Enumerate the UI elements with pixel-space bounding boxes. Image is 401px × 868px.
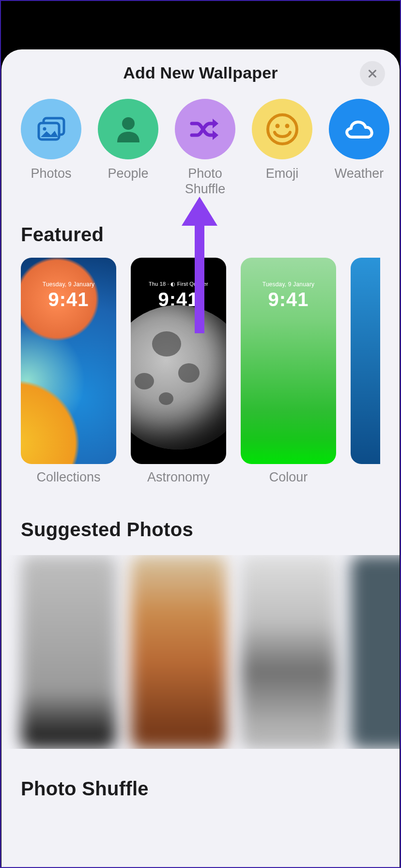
sheet-header: Add New Wallpaper xyxy=(1,49,400,96)
suggested-heading: Suggested Photos xyxy=(21,519,380,541)
category-label: Emoji xyxy=(266,166,299,182)
suggested-photo[interactable] xyxy=(351,555,400,749)
featured-heading: Featured xyxy=(21,224,380,246)
featured-row[interactable]: Tuesday, 9 January 9:41 Collections Thu … xyxy=(21,258,380,485)
svg-point-3 xyxy=(122,117,135,130)
category-people[interactable]: People xyxy=(98,99,158,197)
category-weather[interactable]: Weather xyxy=(329,99,389,197)
photo-shuffle-heading: Photo Shuffle xyxy=(21,778,380,800)
featured-colour[interactable]: Tuesday, 9 January 9:41 Colour xyxy=(241,258,336,485)
person-icon xyxy=(115,115,142,143)
category-label: Weather xyxy=(335,166,384,182)
card-date: Tuesday, 9 January xyxy=(241,281,336,288)
card-time: 9:41 xyxy=(241,289,336,310)
featured-more[interactable] xyxy=(351,258,380,485)
suggested-photo[interactable] xyxy=(131,555,226,749)
sheet-title: Add New Wallpaper xyxy=(123,63,278,82)
card-date: Thu 18 · ◐ First Quarter xyxy=(131,281,226,287)
svg-point-2 xyxy=(43,127,46,130)
category-photo-shuffle[interactable]: Photo Shuffle xyxy=(175,99,235,197)
suggested-row[interactable] xyxy=(1,555,400,749)
card-date: Tuesday, 9 January xyxy=(21,281,116,288)
svg-point-6 xyxy=(285,124,289,128)
close-icon xyxy=(367,68,378,79)
moon-graphic xyxy=(131,305,226,450)
category-emoji[interactable]: Emoji xyxy=(252,99,312,197)
emoji-icon xyxy=(265,112,300,147)
weather-icon xyxy=(342,117,376,142)
category-label: People xyxy=(108,166,148,182)
card-label: Colour xyxy=(269,470,308,485)
card-time: 9:41 xyxy=(21,289,116,310)
shuffle-icon xyxy=(189,116,221,143)
suggested-photo[interactable] xyxy=(21,555,116,749)
category-label: Photos xyxy=(31,166,71,182)
card-label: Collections xyxy=(36,470,100,485)
close-button[interactable] xyxy=(360,61,385,86)
featured-collections[interactable]: Tuesday, 9 January 9:41 Collections xyxy=(21,258,116,485)
suggested-photo[interactable] xyxy=(241,555,336,749)
category-label: Photo Shuffle xyxy=(185,166,226,197)
featured-astronomy[interactable]: Thu 18 · ◐ First Quarter 9:41 Astronomy xyxy=(131,258,226,485)
wallpaper-sheet: Add New Wallpaper Photos xyxy=(1,49,400,868)
svg-point-4 xyxy=(268,115,297,144)
category-row[interactable]: Photos People Photo Shuffle xyxy=(1,96,400,197)
card-label: Astronomy xyxy=(147,470,210,485)
category-photos[interactable]: Photos xyxy=(21,99,81,197)
svg-point-5 xyxy=(275,124,279,128)
photos-icon xyxy=(36,116,66,143)
